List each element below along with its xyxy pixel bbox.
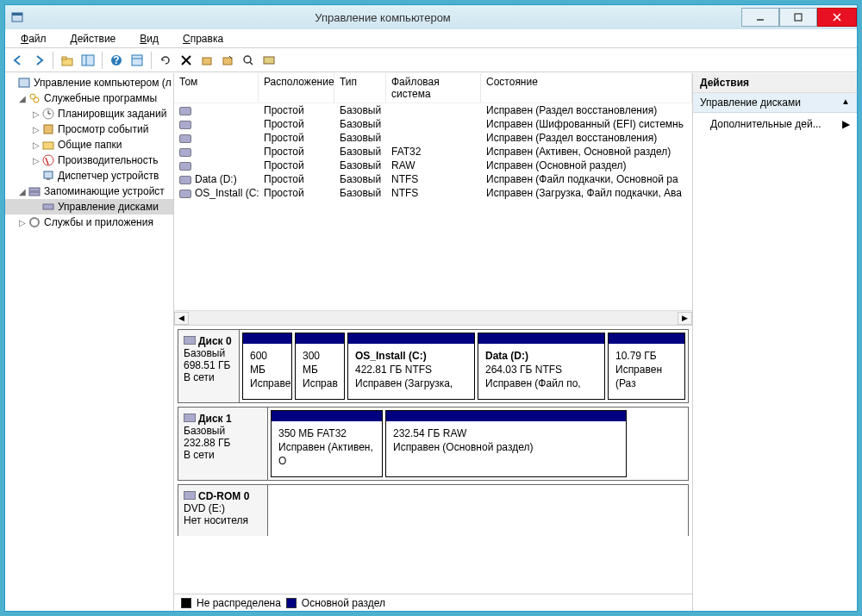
- partition[interactable]: 600 МБИсправе: [242, 333, 292, 400]
- partition[interactable]: 10.79 ГБИсправен (Раз: [608, 333, 685, 400]
- back-button[interactable]: [9, 51, 28, 70]
- svg-rect-17: [223, 58, 232, 65]
- minimize-button[interactable]: [741, 8, 779, 27]
- volume-row[interactable]: ПростойБазовыйRAWИсправен (Основной разд…: [174, 159, 692, 172]
- col-type[interactable]: Тип: [334, 73, 386, 103]
- volume-scrollbar[interactable]: ◀ ▶: [174, 310, 692, 325]
- col-layout[interactable]: Расположение: [259, 73, 334, 103]
- volume-row[interactable]: ПростойБазовыйИсправен (Раздел восстанов…: [174, 103, 692, 117]
- volume-list-header: Том Расположение Тип Файловая система Со…: [174, 73, 692, 103]
- legend-unallocated-label: Не распределена: [197, 597, 281, 609]
- tree-performance[interactable]: ▷Производительность: [5, 152, 173, 168]
- close-button[interactable]: [817, 8, 857, 27]
- volume-row[interactable]: OS_Install (C:)ПростойБазовыйNTFSИсправе…: [174, 186, 692, 200]
- volume-list-body[interactable]: ПростойБазовыйИсправен (Раздел восстанов…: [174, 103, 692, 310]
- up-button[interactable]: [58, 51, 77, 70]
- svg-rect-31: [44, 171, 53, 178]
- action2-button[interactable]: [218, 51, 237, 70]
- actions-pane: Действия Управление дисками ▲ Дополнител…: [693, 73, 857, 611]
- svg-rect-32: [47, 178, 50, 180]
- show-hide-tree-button[interactable]: [78, 51, 97, 70]
- partition[interactable]: Data (D:)264.03 ГБ NTFSИсправен (Файл по…: [478, 333, 605, 400]
- delete-button[interactable]: [177, 51, 196, 70]
- actions-header: Действия: [693, 73, 857, 93]
- svg-rect-12: [132, 55, 142, 65]
- properties-button[interactable]: [128, 51, 147, 70]
- window-buttons: [741, 8, 857, 27]
- actions-more-link[interactable]: Дополнительные дей... ▶: [693, 113, 857, 135]
- main-content: Том Расположение Тип Файловая система Со…: [174, 73, 693, 611]
- window-icon: [10, 10, 24, 24]
- refresh-button[interactable]: [156, 51, 175, 70]
- action1-button[interactable]: [197, 51, 216, 70]
- menu-file[interactable]: Файл: [10, 31, 57, 47]
- svg-line-19: [250, 62, 253, 65]
- menu-view[interactable]: Вид: [129, 31, 169, 47]
- partition[interactable]: 232.54 ГБ RAWИсправен (Основной раздел): [385, 410, 627, 477]
- tree-disk-management[interactable]: Управление дисками: [5, 199, 173, 215]
- tree-root[interactable]: Управление компьютером (л: [5, 75, 173, 90]
- actions-section-label: Управление дисками: [700, 96, 801, 109]
- svg-point-23: [34, 97, 39, 103]
- actions-section[interactable]: Управление дисками ▲: [693, 93, 857, 113]
- col-filesystem[interactable]: Файловая система: [386, 73, 481, 103]
- tree-shared-folders[interactable]: ▷Общие папки: [5, 137, 173, 152]
- col-status[interactable]: Состояние: [481, 73, 692, 103]
- disk-partitions: 600 МБИсправе300 МБИсправOS_Install (C:)…: [240, 330, 688, 402]
- svg-point-18: [244, 56, 251, 63]
- tree-device-manager[interactable]: Диспетчер устройств: [5, 168, 173, 184]
- menubar: Файл Действие Вид Справка: [5, 29, 857, 48]
- tree-system-tools[interactable]: ◢Служебные программы: [5, 90, 173, 106]
- help-button[interactable]: ?: [107, 51, 126, 70]
- window-frame: Управление компьютером Файл Действие Вид…: [4, 4, 858, 612]
- disk-info: Диск 0Базовый698.51 ГБВ сети: [178, 330, 240, 402]
- actions-more-label: Дополнительные дей...: [710, 118, 821, 130]
- svg-rect-20: [264, 57, 274, 64]
- disk-row[interactable]: Диск 0Базовый698.51 ГБВ сети600 МБИсправ…: [178, 329, 689, 403]
- volume-list: Том Расположение Тип Файловая система Со…: [174, 73, 692, 326]
- svg-rect-33: [29, 188, 40, 191]
- navigation-tree[interactable]: Управление компьютером (л ◢Служебные про…: [5, 73, 174, 611]
- chevron-right-icon: ▶: [842, 118, 850, 130]
- titlebar[interactable]: Управление компьютером: [5, 5, 857, 29]
- menu-help[interactable]: Справка: [172, 31, 234, 47]
- tree-storage[interactable]: ◢Запоминающие устройст: [5, 184, 173, 199]
- partition[interactable]: 350 МБ FAT32Исправен (Активен, О: [271, 410, 383, 477]
- partition[interactable]: 300 МБИсправ: [295, 333, 345, 400]
- svg-rect-35: [43, 204, 53, 209]
- volume-row[interactable]: Data (D:)ПростойБазовыйNTFSИсправен (Фай…: [174, 172, 692, 186]
- volume-row[interactable]: ПростойБазовыйИсправен (Шифрованный (EFI…: [174, 117, 692, 131]
- disk-row[interactable]: CD-ROM 0DVD (E:)Нет носителя: [178, 484, 689, 536]
- tree-services-apps[interactable]: ▷Службы и приложения: [5, 215, 173, 230]
- menu-action[interactable]: Действие: [60, 31, 127, 47]
- legend-primary-label: Основной раздел: [302, 597, 385, 609]
- svg-rect-27: [44, 125, 53, 134]
- action3-button[interactable]: [239, 51, 258, 70]
- col-volume[interactable]: Том: [174, 73, 259, 103]
- tree-task-scheduler[interactable]: ▷Планировщик заданий: [5, 106, 173, 121]
- toolbar: ?: [5, 48, 857, 72]
- disk-row[interactable]: Диск 1Базовый232.88 ГБВ сети350 МБ FAT32…: [178, 407, 689, 481]
- disk-layout-view[interactable]: Диск 0Базовый698.51 ГБВ сети600 МБИсправ…: [174, 326, 692, 594]
- svg-point-36: [30, 218, 39, 227]
- forward-button[interactable]: [29, 51, 48, 70]
- action4-button[interactable]: [259, 51, 278, 70]
- volume-row[interactable]: ПростойБазовыйFAT32Исправен (Активен, Ос…: [174, 145, 692, 159]
- window-title: Управление компьютером: [24, 11, 741, 24]
- volume-row[interactable]: ПростойБазовыйИсправен (Раздел восстанов…: [174, 131, 692, 145]
- svg-rect-28: [43, 142, 53, 149]
- tree-event-viewer[interactable]: ▷Просмотр событий: [5, 121, 173, 137]
- scroll-left-button[interactable]: ◀: [174, 312, 189, 325]
- svg-rect-16: [203, 58, 211, 65]
- scroll-right-button[interactable]: ▶: [678, 312, 692, 325]
- legend-swatch-unallocated: [181, 598, 191, 608]
- disk-info: Диск 1Базовый232.88 ГБВ сети: [178, 408, 268, 480]
- maximize-button[interactable]: [779, 8, 817, 27]
- disk-info: CD-ROM 0DVD (E:)Нет носителя: [178, 485, 268, 536]
- svg-rect-1: [12, 13, 22, 16]
- svg-rect-8: [82, 55, 94, 65]
- legend-swatch-primary: [286, 598, 297, 608]
- partition[interactable]: OS_Install (C:)422.81 ГБ NTFSИсправен (З…: [347, 333, 475, 400]
- collapse-icon: ▲: [841, 96, 850, 109]
- svg-rect-34: [29, 192, 40, 196]
